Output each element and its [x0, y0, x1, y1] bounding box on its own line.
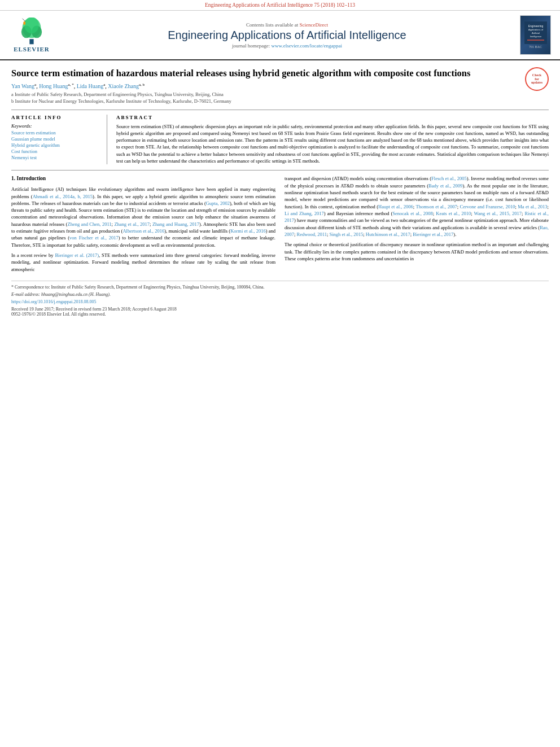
cite-cervone[interactable]: Cervone and Franzese, 2010	[460, 204, 515, 209]
check-updates-badge: Checkforupdates	[525, 67, 549, 91]
svg-text:Engineering: Engineering	[528, 24, 543, 28]
homepage-url[interactable]: www.elsevier.com/locate/engappai	[272, 43, 342, 49]
affiliations: a Institute of Public Safety Research, D…	[11, 91, 519, 105]
article-info-abstract-row: ARTICLE INFO Keywords: Source term estim…	[11, 115, 549, 165]
body-right-column: transport and dispersion (AT&D) models u…	[285, 175, 549, 276]
received-line: Received 19 June 2017; Received in revis…	[11, 307, 549, 312]
journal-reference: Engineering Applications of Artificial I…	[0, 0, 560, 11]
footnote-email-text: E-mail address: hhuang@tsinghua.edu.cn (…	[11, 292, 111, 297]
svg-text:Intelligence: Intelligence	[530, 35, 541, 38]
cite-bieringer2[interactable]: Bieringer et al., 2017	[413, 231, 453, 237]
section1-right-para2: The optimal choice or theoretical justif…	[285, 241, 549, 262]
cite-kormi[interactable]: Kormi et al., 2016	[230, 228, 266, 234]
journal-title-block: Contents lists available at ScienceDirec…	[60, 22, 514, 49]
journal-header: ELSEVIER Contents lists available at Sci…	[0, 11, 560, 60]
keyword-5: Nemenyi test	[11, 155, 101, 160]
journal-thumbnail: Engineering Applications of Artificial I…	[520, 15, 551, 55]
homepage-label: journal homepage:	[232, 43, 270, 49]
abstract-section: ABSTRACT Source term estimation (STE) of…	[116, 115, 549, 165]
svg-point-4	[24, 18, 38, 33]
sciencedirect-line: Contents lists available at ScienceDirec…	[60, 22, 514, 28]
copyright-text: 0952-1976/© 2018 Elsevier Ltd. All right…	[11, 312, 106, 317]
svg-rect-12	[527, 40, 544, 41]
keyword-1: Source term estimation	[11, 130, 101, 136]
cite-senocak[interactable]: Senocak et al., 2008	[392, 211, 433, 216]
cite-zhang-huang[interactable]: Zhang and Huang, 2017	[152, 221, 199, 227]
footnote-email: E-mail address: hhuang@tsinghua.edu.cn (…	[11, 291, 549, 298]
author-xiaole-zhang: Xiaole Zhang	[108, 84, 139, 90]
section1-para1: Artificial Intelligence (AI) techniques …	[11, 186, 275, 248]
abstract-text: Source term estimation (STE) of atmosphe…	[116, 123, 549, 165]
cite-keats[interactable]: Keats et al., 2010	[436, 211, 471, 216]
keywords-label: Keywords:	[11, 123, 101, 129]
keyword-4: Cost function	[11, 148, 101, 154]
content-area: Source term estimation of hazardous mate…	[0, 60, 560, 322]
cite-gupta[interactable]: Gupta, 2002	[206, 200, 230, 206]
keyword-3: Hybrid genetic algorithm	[11, 142, 101, 148]
cite-zhang-2017[interactable]: Zhang et al., 2017	[114, 221, 150, 227]
footnote-correspondence-text: * Correspondence to: Institute of Public…	[11, 285, 264, 290]
cite-flesch[interactable]: Flesch et al., 2005	[431, 176, 467, 181]
cite-thomson[interactable]: Thomson et al., 2007	[416, 204, 457, 209]
journal-main-title: Engineering Applications of Artificial I…	[60, 29, 514, 42]
cite-von-fischer[interactable]: von Fischer et al., 2017	[69, 235, 119, 241]
footnote-doi: https://doi.org/10.1016/j.engappai.2018.…	[11, 299, 549, 305]
cite-haupt[interactable]: Haupt et al., 2006	[378, 204, 413, 209]
svg-text:Artificial: Artificial	[531, 32, 539, 34]
contents-label: Contents lists available at	[246, 22, 298, 28]
elsevier-logo: ELSEVIER	[9, 18, 54, 53]
affiliation-a: a Institute of Public Safety Research, D…	[11, 91, 519, 98]
cite-ahmadi[interactable]: Ahmadi et al., 2014a, b, 2015	[33, 194, 93, 199]
authors-line: Yan Wanga, Hong Huanga, *, Lida Huanga, …	[11, 82, 519, 89]
svg-rect-5	[23, 21, 25, 24]
body-left-column: 1. Introduction Artificial Intelligence …	[11, 175, 275, 276]
author-hong-huang: Hong Huang	[39, 84, 68, 90]
svg-line-6	[23, 19, 25, 21]
footnote-area: * Correspondence to: Institute of Public…	[11, 281, 549, 317]
affiliation-b: b Institute for Nuclear and Energy Techn…	[11, 98, 519, 105]
cite-wang-2015[interactable]: Wang et al., 2015, 2017	[474, 211, 522, 216]
journal-ref-text: Engineering Applications of Artificial I…	[205, 2, 355, 8]
author-yan-wang: Yan Wang	[11, 84, 34, 90]
cite-bady[interactable]: Bady et al., 2009	[428, 183, 462, 189]
article-title-section: Source term estimation of hazardous mate…	[11, 67, 549, 110]
journal-homepage: journal homepage: www.elsevier.com/locat…	[60, 43, 514, 49]
section1-title: 1. Introduction	[11, 175, 275, 183]
section1-right-para1: transport and dispersion (AT&D) models u…	[285, 175, 549, 238]
sciencedirect-link[interactable]: ScienceDirect	[300, 22, 328, 28]
cite-ma[interactable]: Ma et al., 2013	[518, 204, 547, 209]
cite-bieringer[interactable]: Bieringer et al. (2017)	[55, 252, 99, 258]
keyword-2: Gaussian plume model	[11, 136, 101, 142]
svg-rect-0	[29, 39, 33, 44]
svg-text:Applications of: Applications of	[528, 28, 543, 31]
author-lida-huang: Lida Huang	[77, 84, 104, 90]
elsevier-brand-text: ELSEVIER	[14, 46, 50, 53]
journal-cover-icon: Engineering Applications of Artificial I…	[524, 21, 547, 44]
section1-para2: In a recent review by Bieringer et al. (…	[11, 252, 275, 273]
cite-li-zhang[interactable]: Li and Zhang, 2017	[285, 211, 324, 216]
article-title: Source term estimation of hazardous mate…	[11, 67, 519, 79]
article-title-text: Source term estimation of hazardous mate…	[11, 67, 519, 105]
cite-zheng-chen[interactable]: Zheng and Chen, 2011	[67, 221, 111, 227]
doi-link[interactable]: https://doi.org/10.1016/j.engappai.2018.…	[11, 299, 97, 304]
article-info-header: ARTICLE INFO	[11, 115, 101, 120]
article-info-panel: ARTICLE INFO Keywords: Source term estim…	[11, 115, 107, 165]
copyright-line: 0952-1976/© 2018 Elsevier Ltd. All right…	[11, 312, 549, 317]
received-text: Received 19 June 2017; Received in revis…	[11, 307, 177, 312]
footnote-correspondence: * Correspondence to: Institute of Public…	[11, 284, 549, 290]
elsevier-tree-icon	[15, 18, 49, 46]
cite-hutchinson[interactable]: Hutchinson et al., 2017	[366, 231, 410, 237]
cite-albertson[interactable]: Albertson et al., 2016	[123, 228, 164, 234]
cite-redwood[interactable]: Redwood, 2011	[297, 231, 327, 237]
section-divider	[11, 170, 549, 171]
cite-singh[interactable]: Singh et al., 2015	[330, 231, 364, 237]
abstract-header: ABSTRACT	[116, 115, 549, 120]
body-columns: 1. Introduction Artificial Intelligence …	[11, 175, 549, 276]
